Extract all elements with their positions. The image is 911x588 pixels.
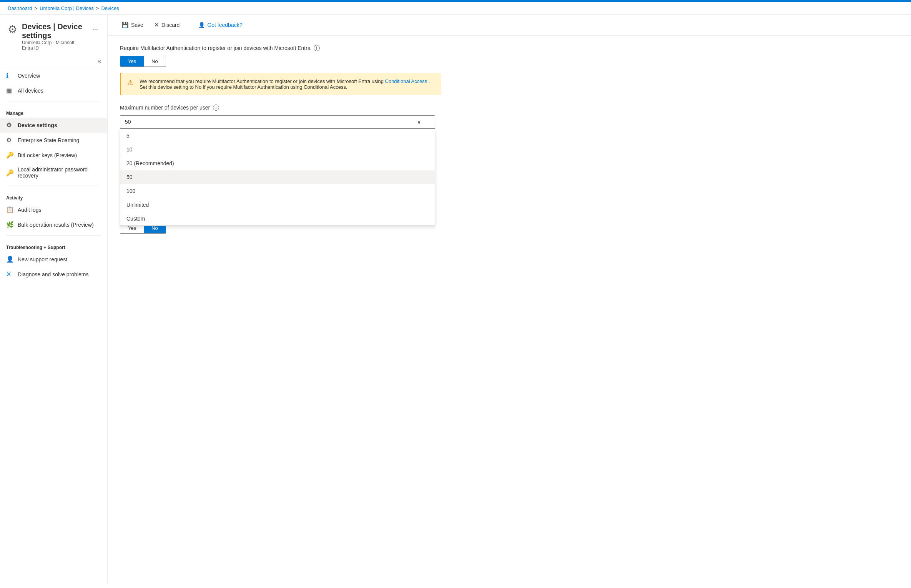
breadcrumb-tenant[interactable]: Umbrella Corp | Devices: [40, 5, 94, 11]
dropdown-option-20[interactable]: 20 (Recommended): [120, 156, 435, 170]
collapse-sidebar-button[interactable]: «: [95, 56, 104, 66]
page-title: Devices | Device settings: [22, 22, 86, 40]
sidebar-item-diagnose[interactable]: ✕ Diagnose and solve problems: [0, 267, 107, 282]
troubleshooting-section-label: Troubleshooting + Support: [0, 239, 107, 252]
main-content: 💾 Save ✕ Discard 👤 Got feedback? Require…: [108, 15, 911, 583]
sidebar-item-label: Diagnose and solve problems: [18, 271, 88, 277]
sidebar-item-device-settings[interactable]: ⚙ Device settings: [0, 118, 107, 133]
sidebar-item-audit-logs[interactable]: 📋 Audit logs: [0, 202, 107, 217]
breadcrumb-sep1: >: [35, 5, 38, 11]
discard-label: Discard: [161, 22, 180, 28]
gear-icon: ⚙: [6, 121, 14, 129]
devices-grid-icon: ▦: [6, 87, 14, 94]
audit-icon: 📋: [6, 206, 14, 213]
sidebar-item-local-admin[interactable]: 🔑 Local administrator password recovery: [0, 163, 107, 183]
dropdown-option-100[interactable]: 100: [120, 184, 435, 198]
mfa-warning-box: ⚠ We recommend that you require Multifac…: [120, 73, 441, 95]
toolbar: 💾 Save ✕ Discard 👤 Got feedback?: [108, 15, 911, 36]
warning-text: We recommend that you require Multifacto…: [140, 78, 435, 90]
manage-section-label: Manage: [0, 105, 107, 118]
feedback-label: Got feedback?: [207, 22, 242, 28]
nav-group-top: ℹ Overview ▦ All devices: [0, 68, 107, 98]
gear-icon-2: ⚙: [6, 136, 14, 144]
mfa-toggle-group: Yes No: [120, 56, 166, 67]
sidebar-item-bitlocker[interactable]: 🔑 BitLocker keys (Preview): [0, 148, 107, 163]
feedback-button[interactable]: 👤 Got feedback?: [194, 20, 247, 30]
save-button[interactable]: 💾 Save: [117, 19, 148, 31]
key-icon: 🔑: [6, 151, 14, 159]
bulk-icon: 🌿: [6, 221, 14, 228]
save-label: Save: [131, 22, 143, 28]
dropdown-selected-value: 50: [125, 119, 131, 125]
sidebar-item-label: Overview: [18, 73, 40, 79]
page-subtitle: Umbrella Corp - Microsoft Entra ID: [22, 40, 86, 51]
sidebar: ⚙ Devices | Device settings Umbrella Cor…: [0, 15, 108, 583]
sidebar-item-label: Bulk operation results (Preview): [18, 222, 94, 228]
conditional-access-link[interactable]: Conditional Access: [385, 78, 427, 84]
dropdown-option-custom[interactable]: Custom: [120, 212, 435, 226]
mfa-label: Require Multifactor Authentication to re…: [120, 45, 441, 51]
max-devices-label: Maximum number of devices per user i: [120, 105, 441, 111]
dropdown-option-50[interactable]: 50: [120, 170, 435, 184]
breadcrumb-devices[interactable]: Devices: [101, 5, 119, 11]
mfa-yes-button[interactable]: Yes: [120, 56, 144, 66]
mfa-label-text: Require Multifactor Authentication to re…: [120, 45, 311, 51]
sidebar-collapse-bar: «: [0, 55, 107, 68]
divider-2: [6, 186, 101, 186]
mfa-no-button[interactable]: No: [144, 56, 166, 66]
sidebar-item-enterprise-roaming[interactable]: ⚙ Enterprise State Roaming: [0, 133, 107, 148]
key-icon-2: 🔑: [6, 169, 14, 176]
dropdown-chevron-icon: ∨: [417, 119, 421, 125]
divider-1: [6, 101, 101, 101]
divider-3: [6, 235, 101, 236]
max-devices-dropdown-trigger[interactable]: 50 ∨: [120, 115, 435, 128]
sidebar-item-label: Device settings: [18, 122, 57, 128]
max-devices-label-text: Maximum number of devices per user: [120, 105, 210, 111]
save-icon: 💾: [121, 22, 129, 28]
breadcrumb-dashboard[interactable]: Dashboard: [8, 5, 32, 11]
max-devices-dropdown-menu: 5 10 20 (Recommended) 50 100 Unlimited C…: [120, 128, 435, 226]
info-icon: ℹ: [6, 72, 14, 79]
sidebar-item-label: Local administrator password recovery: [18, 166, 101, 179]
sidebar-item-overview[interactable]: ℹ Overview: [0, 68, 107, 83]
mfa-info-icon[interactable]: i: [314, 45, 320, 51]
sidebar-item-all-devices[interactable]: ▦ All devices: [0, 83, 107, 98]
discard-button[interactable]: ✕ Discard: [150, 19, 184, 31]
breadcrumb-sep2: >: [96, 5, 99, 11]
dropdown-option-5[interactable]: 5: [120, 129, 435, 143]
warning-triangle-icon: ⚠: [127, 78, 135, 90]
wrench-icon: ✕: [6, 271, 14, 278]
dropdown-option-10[interactable]: 10: [120, 143, 435, 156]
more-options-icon[interactable]: ...: [91, 22, 100, 33]
sidebar-item-label: Enterprise State Roaming: [18, 137, 79, 143]
activity-section-label: Activity: [0, 189, 107, 202]
discard-icon: ✕: [154, 22, 159, 28]
warning-text-1: We recommend that you require Multifacto…: [140, 78, 384, 84]
dropdown-option-unlimited[interactable]: Unlimited: [120, 198, 435, 212]
sidebar-item-label: BitLocker keys (Preview): [18, 152, 77, 158]
sidebar-item-new-support[interactable]: 👤 New support request: [0, 252, 107, 267]
sidebar-item-label: Audit logs: [18, 207, 41, 213]
feedback-icon: 👤: [198, 22, 205, 28]
toolbar-divider: [189, 20, 189, 30]
sidebar-item-bulk-operation[interactable]: 🌿 Bulk operation results (Preview): [0, 217, 107, 232]
content-body: Require Multifactor Authentication to re…: [108, 36, 454, 249]
max-devices-info-icon[interactable]: i: [213, 105, 219, 111]
breadcrumb: Dashboard > Umbrella Corp | Devices > De…: [0, 2, 911, 15]
sidebar-item-label: All devices: [18, 88, 43, 94]
sidebar-item-label: New support request: [18, 256, 67, 262]
devices-icon: ⚙: [8, 23, 17, 36]
person-icon: 👤: [6, 256, 14, 263]
max-devices-dropdown: 50 ∨ 5 10 20 (Recommended) 50 100 Unlimi…: [120, 115, 441, 128]
